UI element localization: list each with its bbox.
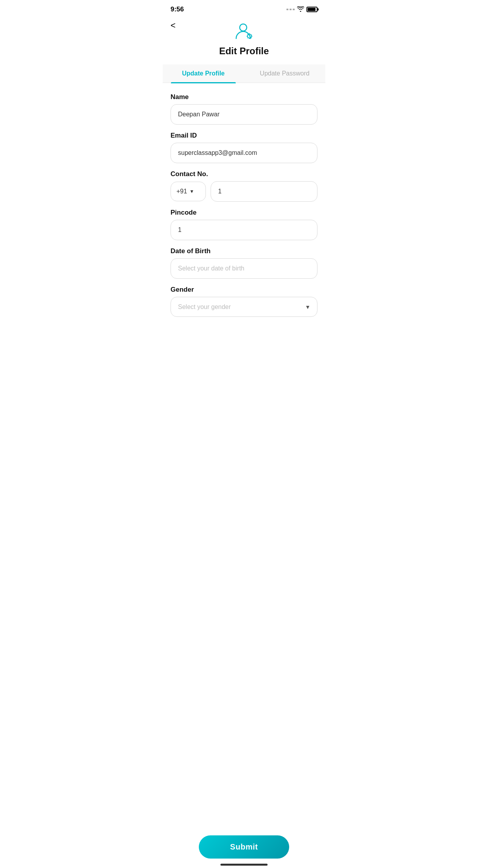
back-button[interactable]: < [171,21,176,30]
name-input[interactable] [171,104,317,125]
status-icons [286,6,317,13]
svg-point-0 [240,24,247,31]
tabs-bar: Update Profile Update Password [163,64,325,83]
status-bar: 9:56 [163,0,325,17]
email-input[interactable] [171,143,317,163]
country-code-select[interactable]: +91 ▼ [171,182,206,201]
signal-dots-icon [286,9,295,10]
gender-label: Gender [171,286,317,294]
tab-update-password[interactable]: Update Password [244,64,325,83]
wifi-icon [297,6,304,13]
name-label: Name [171,93,317,101]
battery-icon [306,7,317,12]
contact-label: Contact No. [171,170,317,178]
header: < Edit Profile [163,17,325,64]
page-title: Edit Profile [219,46,269,57]
tab-update-profile[interactable]: Update Profile [163,64,244,83]
profile-edit-icon-wrapper [234,21,254,42]
pincode-label: Pincode [171,209,317,217]
dob-input[interactable] [171,258,317,279]
contact-row: +91 ▼ [171,181,317,202]
gender-select[interactable]: Select your gender Male Female Other [171,297,317,317]
pincode-input[interactable] [171,220,317,240]
contact-number-input[interactable] [211,181,317,202]
edit-profile-form: Name Email ID Contact No. +91 ▼ Pincode … [163,83,325,356]
profile-gear-icon [234,21,254,42]
gender-select-wrapper: Select your gender Male Female Other ▼ [171,297,317,317]
email-label: Email ID [171,132,317,140]
country-code-value: +91 [176,188,187,195]
dob-label: Date of Birth [171,247,317,255]
status-time: 9:56 [171,6,184,13]
chevron-down-icon: ▼ [189,189,194,194]
